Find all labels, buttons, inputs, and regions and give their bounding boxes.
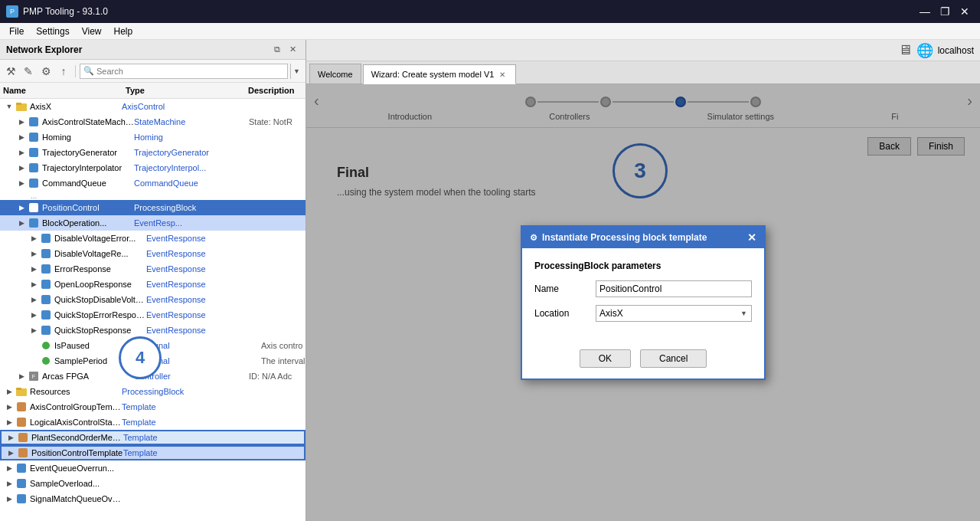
tree-row[interactable]: ▶ BlockOperation... EventResp... (0, 215, 305, 231)
modal-cancel-button[interactable]: Cancel (640, 349, 707, 368)
expand-icon[interactable]: ▼ (3, 99, 15, 114)
expand-icon[interactable]: ▶ (15, 215, 28, 231)
tree-row[interactable]: ▶ OpenLoopResponse EventResponse (0, 277, 305, 292)
expand-icon[interactable]: ▶ (28, 246, 40, 261)
item-icon (40, 324, 52, 336)
tree-row[interactable]: ▶ QuickStopDisableVoltage... EventRespon… (0, 292, 305, 307)
tree-row[interactable]: ▶ AxisControlGroupTemplate Template (0, 399, 305, 415)
expand-icon[interactable]: ▶ (15, 369, 28, 384)
tab-welcome[interactable]: Welcome (309, 64, 361, 84)
item-icon (28, 146, 40, 159)
modal-close-button[interactable]: ✕ (747, 231, 756, 244)
tree-label: Arcas FPGA (42, 372, 134, 381)
tab-close-icon[interactable]: ✕ (497, 69, 508, 80)
tree-row[interactable]: ▶ PlantSecondOrderMechi... Template (0, 430, 305, 445)
tree-type: EventResp... (134, 218, 249, 228)
tree-row[interactable]: ▶ TrajectoryGenerator TrajectoryGenerato… (0, 145, 305, 160)
expand-icon[interactable]: ▶ (15, 129, 28, 145)
close-button[interactable]: ✕ (956, 4, 974, 19)
tree-type: EventResponse (146, 280, 261, 289)
menu-file[interactable]: File (3, 25, 30, 38)
maximize-button[interactable]: ❐ (936, 4, 954, 19)
expand-icon[interactable]: ▶ (28, 307, 40, 323)
tree-label: ErrorResponse (54, 264, 146, 274)
tree-row[interactable]: ▶ TrajectoryInterpolator TrajectoryInter… (0, 160, 305, 175)
svg-rect-4 (29, 148, 38, 157)
expand-icon[interactable]: ▶ (3, 415, 15, 430)
svg-rect-25 (18, 448, 28, 457)
tree-row[interactable]: ▶ ErrorResponse EventResponse (0, 261, 305, 277)
menu-settings[interactable]: Settings (30, 25, 75, 38)
tree-row[interactable]: ▶ Homing Homing (0, 129, 305, 145)
expand-icon[interactable]: ▶ (5, 445, 17, 460)
svg-rect-26 (17, 464, 26, 473)
tool-icon-4[interactable]: ↑ (56, 64, 71, 79)
tree-row[interactable]: ▶ SignalMatchQueueOverri... (0, 491, 305, 506)
expand-icon[interactable]: ▶ (3, 491, 15, 506)
expand-icon[interactable]: ▶ (15, 114, 28, 129)
tree-row-context[interactable]: ▶ PositionControlTemplate Template (0, 445, 305, 460)
column-name: Name (0, 84, 122, 97)
tree-type: TrajectoryGenerator (134, 148, 249, 157)
tree-type: Template (123, 433, 238, 442)
tool-icon-3[interactable]: ⚙ (38, 64, 54, 79)
tree-type: EventResponse (146, 295, 261, 304)
search-dropdown-icon[interactable]: ▼ (290, 64, 302, 79)
modal-title-bar: ⚙ Instantiate Processing block template … (522, 227, 764, 248)
item-icon (28, 202, 40, 214)
panel-close-button[interactable]: ✕ (286, 43, 299, 57)
tree-row[interactable]: ▶ Resources ProcessingBlock (0, 384, 305, 399)
tree-row[interactable]: ▶ QuickStopResponse EventResponse (0, 323, 305, 338)
modal-location-select[interactable]: AxisX (596, 305, 752, 322)
expand-icon[interactable]: ▶ (28, 277, 40, 292)
expand-icon[interactable]: ▶ (5, 430, 17, 445)
tree-row[interactable]: ▼ AxisX AxisControl (0, 99, 305, 114)
expand-icon[interactable]: ▶ (3, 399, 15, 415)
expand-icon[interactable]: ▶ (15, 160, 28, 175)
item-icon (40, 247, 52, 260)
expand-icon[interactable]: ▶ (15, 145, 28, 160)
tree-label: AxisControlStateMachine (42, 117, 134, 126)
expand-icon[interactable]: ▶ (28, 323, 40, 338)
tree-row[interactable]: ▶ EventQueueOverrun... (0, 460, 305, 476)
expand-icon[interactable]: ▶ (28, 292, 40, 307)
svg-rect-11 (41, 264, 51, 274)
item-icon (15, 477, 28, 490)
toolbar-divider (75, 65, 76, 77)
modal-body: ProcessingBlock parameters Name Location… (522, 248, 764, 342)
tree-label: DisableVoltageError... (54, 234, 146, 243)
signal-icon (40, 339, 52, 352)
tree-row[interactable]: ▶ SampleOverload... (0, 476, 305, 491)
tab-wizard[interactable]: Wizard: Create system model V1 ✕ (363, 64, 517, 84)
tree-label: QuickStopDisableVoltage... (54, 295, 146, 304)
expand-icon[interactable]: ▶ (3, 460, 15, 476)
tree-label: PlantSecondOrderMechi... (31, 433, 123, 442)
app-icon: P (6, 5, 18, 18)
modal-name-input[interactable] (596, 280, 752, 297)
expand-icon[interactable]: ▶ (3, 384, 15, 399)
tool-icon-1[interactable]: ⚒ (3, 64, 18, 79)
expand-icon[interactable]: ▶ (3, 476, 15, 491)
expand-icon[interactable]: ▶ (15, 175, 28, 191)
tree-row[interactable]: ▶ AxisControlStateMachine StateMachine S… (0, 114, 305, 129)
tree-row[interactable]: ▶ DisableVoltageRe... EventResponse (0, 246, 305, 261)
tree-row[interactable]: ▶ QuickStopErrorResponse EventResponse (0, 307, 305, 323)
minimize-button[interactable]: — (916, 4, 934, 19)
item-icon (40, 293, 52, 306)
modal-ok-button[interactable]: OK (580, 349, 631, 368)
expand-icon[interactable]: ▶ (28, 261, 40, 277)
search-input[interactable] (96, 67, 284, 76)
tree-row[interactable]: ▶ CommandQueue CommandQueue (0, 175, 305, 191)
tool-icon-2[interactable]: ✎ (21, 64, 36, 79)
panel-header-buttons: ⧉ ✕ (270, 43, 299, 57)
panel-restore-button[interactable]: ⧉ (270, 43, 284, 57)
menu-view[interactable]: View (76, 25, 108, 38)
expand-icon[interactable]: ▶ (28, 231, 40, 246)
modal-footer: OK Cancel (522, 342, 764, 378)
title-bar-left: P PMP Tooling - 93.1.0 (6, 5, 108, 18)
tree-row[interactable]: ▶ LogicalAxisControlStandard3... Templat… (0, 415, 305, 430)
expand-icon[interactable]: ▶ (15, 200, 28, 215)
tree-row-selected[interactable]: ▶ PositionControl ProcessingBlock (0, 200, 305, 215)
tree-row[interactable]: ▶ DisableVoltageError... EventResponse (0, 231, 305, 246)
menu-help[interactable]: Help (108, 25, 139, 38)
